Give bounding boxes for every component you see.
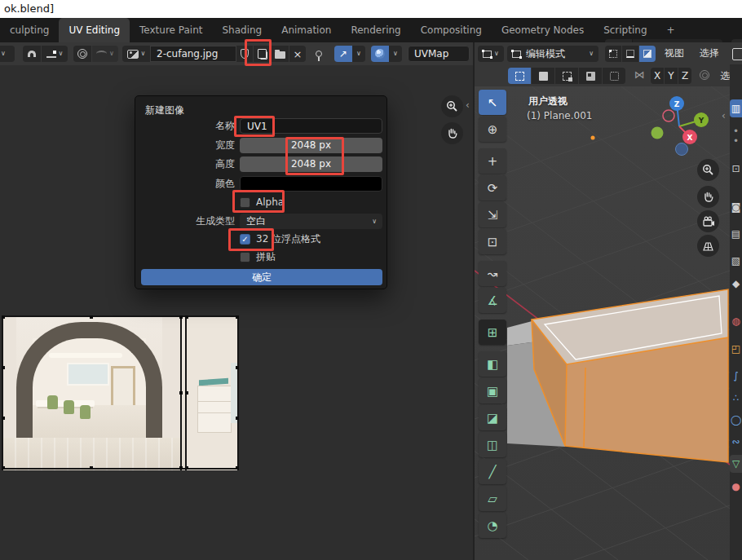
- orthographic-toggle-button[interactable]: [697, 235, 719, 257]
- viewport-zoom-button[interactable]: [697, 159, 719, 181]
- gizmo-neg-y[interactable]: [651, 127, 664, 139]
- tab-view-layer[interactable]: ▧: [730, 252, 742, 270]
- workspace-tab-animation[interactable]: Animation: [272, 18, 341, 42]
- uv-vertex-dot[interactable]: [2, 417, 5, 420]
- tab-data[interactable]: ▽: [730, 455, 742, 473]
- uv-vertex-dot[interactable]: [236, 366, 239, 369]
- uv-vertex-dot[interactable]: [179, 315, 183, 319]
- tool-select-box[interactable]: ↖: [479, 90, 506, 115]
- tiled-checkbox-row[interactable]: 拼贴: [240, 250, 276, 263]
- select-extend-button[interactable]: [555, 68, 578, 84]
- generated-type-dropdown[interactable]: 空白 ∨: [240, 214, 382, 229]
- tiled-checkbox[interactable]: [240, 252, 250, 262]
- select-mode-edge-button[interactable]: [622, 46, 638, 62]
- tab-tool[interactable]: ⊡: [730, 160, 742, 178]
- tool-bevel[interactable]: ◪: [479, 405, 506, 430]
- mode-dropdown[interactable]: 编辑模式 ∨: [507, 46, 598, 62]
- viewport-3d[interactable]: 用户透视 (1) Plane.001 Z Y X: [475, 86, 730, 560]
- tab-world[interactable]: ◍: [730, 312, 742, 330]
- tool-poly-build[interactable]: ▱: [479, 486, 506, 511]
- menu-select[interactable]: 选择: [696, 42, 722, 64]
- navigation-gizmo[interactable]: Z Y X: [648, 95, 713, 161]
- tab-modifiers[interactable]: ∫: [730, 367, 742, 385]
- uv-vertex-dot[interactable]: [185, 315, 188, 319]
- tool-spin[interactable]: ◔: [479, 513, 506, 538]
- workspace-tab-culpting[interactable]: culpting: [0, 18, 59, 42]
- image-datablock-dropdown[interactable]: ∨: [122, 46, 150, 62]
- gizmo-neg-z[interactable]: [676, 143, 688, 156]
- tool-measure[interactable]: ∡: [479, 288, 506, 313]
- zoom-button[interactable]: [441, 95, 463, 117]
- workspace-tab-geometry-nodes[interactable]: Geometry Nodes: [492, 18, 594, 42]
- uv-edge-top[interactable]: [2, 315, 239, 317]
- overlays-dropdown[interactable]: ∨: [389, 46, 402, 62]
- unlink-image-button[interactable]: ×: [289, 46, 306, 62]
- pan-button[interactable]: [441, 122, 463, 144]
- mirror-y-button[interactable]: Y: [665, 68, 678, 84]
- tab-physics[interactable]: ◯: [730, 411, 742, 429]
- tool-knife[interactable]: ╱: [479, 459, 506, 484]
- tool-rotate[interactable]: ⟳: [479, 175, 506, 201]
- tool-annotate[interactable]: ↝: [479, 261, 506, 286]
- open-image-button[interactable]: [272, 46, 289, 62]
- snap-target-dropdown[interactable]: ∨: [42, 46, 68, 62]
- tab-material[interactable]: ●: [730, 478, 742, 496]
- ok-button[interactable]: 确定: [141, 269, 382, 285]
- uv-edge-bottom[interactable]: [2, 468, 239, 470]
- uv-vertex-dot[interactable]: [179, 466, 183, 470]
- uv-vertex-dot[interactable]: [90, 315, 93, 319]
- uv-vertex-dot[interactable]: [236, 417, 239, 420]
- tool-add-cube[interactable]: ⊞: [479, 320, 506, 345]
- tool-transform[interactable]: ⊡: [479, 229, 506, 254]
- proportional-editing-button[interactable]: [73, 46, 91, 62]
- tab-object[interactable]: ◰: [730, 340, 742, 358]
- workspace-tab-rendering[interactable]: Rendering: [341, 18, 410, 42]
- sidebar-collapse-arrow-3d[interactable]: ‹: [722, 110, 726, 121]
- uv-vertex-dot[interactable]: [185, 466, 188, 470]
- proportional-editing-icon[interactable]: [700, 70, 709, 80]
- mirror-z-button[interactable]: Z: [678, 68, 691, 84]
- falloff-dropdown[interactable]: ∨: [92, 46, 118, 62]
- gizmo-toggle-button[interactable]: ↗: [334, 46, 352, 62]
- tool-scale[interactable]: ⇲: [479, 202, 506, 227]
- sidebar-collapse-arrow[interactable]: ‹: [466, 99, 470, 111]
- uv-vertex-dot[interactable]: [236, 466, 239, 470]
- workspace-tab-compositing[interactable]: Compositing: [411, 18, 492, 42]
- tool-inset-faces[interactable]: ▣: [479, 378, 506, 403]
- uv-vertex-dot[interactable]: [2, 366, 5, 369]
- mirror-x-button[interactable]: X: [651, 68, 664, 84]
- tool-move[interactable]: +: [479, 148, 506, 174]
- tab-particles[interactable]: ∴: [730, 389, 742, 407]
- tab-render[interactable]: ◙: [730, 198, 742, 216]
- tool-loop-cut[interactable]: ◫: [479, 432, 506, 457]
- workspace-tab-texture-paint[interactable]: Texture Paint: [130, 18, 212, 42]
- strip-dot-2[interactable]: •: [730, 132, 742, 150]
- viewport-pan-button[interactable]: [697, 186, 719, 208]
- uv-vertex-dot[interactable]: [179, 391, 183, 395]
- tab-scene[interactable]: ◆: [730, 275, 742, 293]
- editor-type-dropdown[interactable]: ∨: [0, 46, 15, 62]
- uv-vertex-dot[interactable]: [2, 315, 5, 319]
- tab-active-blue[interactable]: ▥: [730, 99, 742, 117]
- image-name-field[interactable]: 2-cufang.jpg: [150, 46, 236, 62]
- snap-toggle-button[interactable]: [23, 46, 41, 62]
- tool-cursor[interactable]: ⊕: [479, 117, 506, 142]
- select-mode-vertex-button[interactable]: [605, 46, 621, 62]
- camera-view-button[interactable]: [697, 210, 719, 232]
- uv-edge-right[interactable]: [237, 315, 239, 470]
- mirror-icon[interactable]: ⋈: [634, 68, 645, 81]
- select-intersect-button[interactable]: [603, 68, 625, 84]
- select-new-button[interactable]: [532, 68, 554, 84]
- menu-view[interactable]: 视图: [661, 42, 687, 64]
- uv-vertex-dot[interactable]: [2, 466, 5, 470]
- tweak-select-button[interactable]: [508, 68, 531, 84]
- select-subtract-button[interactable]: [579, 68, 602, 84]
- uv-vertex-dot[interactable]: [90, 466, 93, 470]
- tool-extrude-region[interactable]: ◧: [479, 351, 506, 377]
- pin-button[interactable]: [311, 46, 327, 62]
- editor-type-dropdown-3d[interactable]: ∨: [478, 46, 504, 62]
- uv-vertex-dot[interactable]: [185, 391, 188, 395]
- gizmo-dropdown[interactable]: ∨: [352, 46, 365, 62]
- gizmo-neg-x[interactable]: [663, 110, 674, 121]
- tab-output[interactable]: ▤: [730, 225, 742, 243]
